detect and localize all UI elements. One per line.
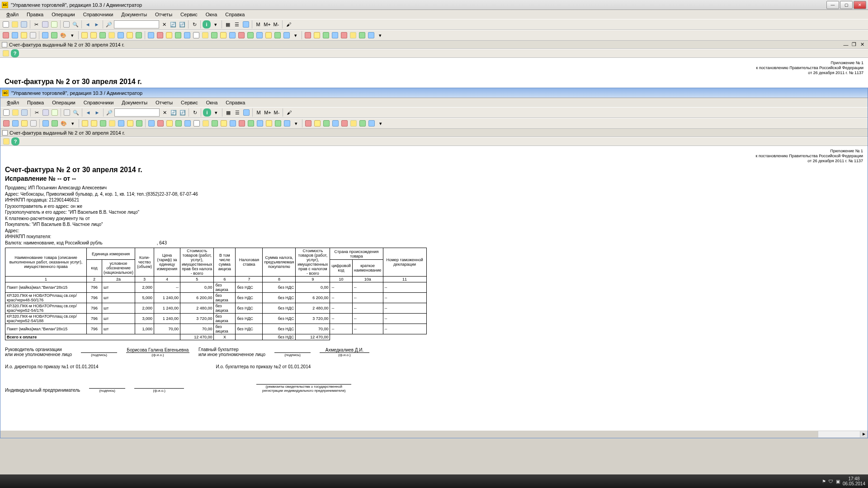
tb2-icon[interactable] — [147, 31, 155, 39]
minimize-button[interactable]: — — [826, 1, 839, 9]
h-scrollbar[interactable]: ▶ — [818, 431, 868, 438]
tb2-icon[interactable] — [274, 31, 282, 39]
tb2-icon[interactable] — [229, 119, 237, 127]
menu-windows[interactable]: Окна — [202, 11, 221, 18]
tb2-icon[interactable] — [108, 119, 116, 127]
tb2-icon[interactable] — [42, 119, 50, 127]
preview-icon[interactable]: 🔍 — [72, 108, 80, 117]
tb2-icon[interactable] — [201, 31, 209, 39]
tb2-icon[interactable] — [126, 31, 134, 39]
tb2-icon[interactable] — [211, 119, 219, 127]
forward-icon[interactable]: ► — [93, 108, 101, 117]
tb2-icon[interactable] — [256, 119, 264, 127]
tb2-icon[interactable] — [219, 31, 227, 39]
menu-help[interactable]: Справка — [222, 11, 248, 18]
tb2-icon[interactable] — [165, 31, 173, 39]
tb2-icon[interactable] — [220, 119, 228, 127]
tb2-icon[interactable] — [202, 119, 210, 127]
menu-reports[interactable]: Отчеты — [151, 11, 176, 18]
tb2-icon[interactable] — [117, 31, 125, 39]
clock[interactable]: 17:48 06.05.2014 — [843, 476, 865, 486]
tb2-dropdown-icon[interactable]: ▾ — [68, 31, 76, 39]
close-button[interactable]: ✕ — [854, 1, 866, 9]
doc-restore-icon[interactable]: ❐ — [850, 41, 858, 49]
brush-icon[interactable]: 🖌 — [285, 108, 293, 117]
menu-operations[interactable]: Операции — [48, 11, 78, 18]
tb2-icon[interactable] — [238, 119, 246, 127]
menu-file[interactable]: Файл — [3, 99, 23, 106]
tb2-icon[interactable] — [237, 31, 245, 39]
refresh-icon[interactable]: ↻ — [191, 108, 199, 117]
menu-operations[interactable]: Операции — [48, 99, 79, 106]
menu-service[interactable]: Сервис — [177, 99, 202, 106]
doc-help-icon[interactable]: ? — [11, 49, 19, 57]
mminus-button[interactable]: M- — [272, 20, 280, 28]
document-tab-title[interactable]: Счет-фактура выданный № 2 от 30 апреля 2… — [9, 42, 124, 47]
copy-icon[interactable] — [41, 20, 49, 28]
tool-icon[interactable] — [242, 108, 250, 117]
menu-service[interactable]: Сервис — [177, 11, 201, 18]
scroll-right-icon[interactable]: ▶ — [860, 431, 867, 437]
tb2-icon[interactable] — [11, 31, 19, 39]
tb2-icon[interactable] — [359, 119, 367, 127]
new-icon[interactable] — [2, 20, 10, 28]
tb2-icon[interactable] — [304, 119, 312, 127]
tb2-icon[interactable] — [50, 31, 58, 39]
tb2-icon[interactable] — [246, 31, 255, 39]
tb2-icon[interactable] — [99, 119, 107, 127]
grid-icon[interactable]: ▦ — [224, 20, 232, 28]
tb2-icon[interactable] — [147, 119, 156, 127]
search-input[interactable] — [114, 108, 160, 117]
menu-windows[interactable]: Окна — [203, 99, 222, 106]
tb2-icon[interactable] — [184, 119, 192, 127]
tray-app-icon[interactable]: ▣ — [836, 479, 840, 484]
back-icon[interactable]: ◄ — [84, 20, 92, 28]
tb2-icon[interactable] — [340, 119, 349, 127]
search-icon[interactable]: 🔎 — [105, 20, 113, 28]
menu-refs[interactable]: Справочники — [80, 11, 117, 18]
tray-flag-icon[interactable]: ⚑ — [822, 479, 826, 484]
tb2-icon[interactable] — [2, 119, 10, 127]
mplus-button[interactable]: M+ — [264, 108, 272, 117]
tb2-icon[interactable] — [367, 31, 375, 39]
tb2-icon[interactable] — [340, 31, 348, 39]
copy-icon[interactable] — [42, 108, 50, 117]
menu-edit[interactable]: Правка — [24, 99, 47, 106]
tb2-icon[interactable] — [90, 31, 98, 39]
find-next-icon[interactable]: 🔄 — [170, 108, 178, 117]
tb2-dropdown-icon[interactable]: ▾ — [376, 31, 384, 39]
tb2-icon[interactable] — [174, 31, 182, 39]
tb2-icon[interactable] — [165, 119, 174, 127]
tb2-icon[interactable] — [283, 31, 291, 39]
mminus-button[interactable]: M- — [273, 108, 281, 117]
m-button[interactable]: M — [255, 108, 263, 117]
tb2-icon[interactable] — [81, 119, 89, 127]
preview-icon[interactable]: 🔍 — [71, 20, 80, 28]
m-button[interactable]: M — [254, 20, 262, 28]
tb2-icon[interactable] — [183, 31, 191, 39]
tb2-icon[interactable] — [322, 119, 330, 127]
refresh-icon[interactable]: ↻ — [190, 20, 198, 28]
cut-icon[interactable]: ✂ — [32, 20, 40, 28]
doc-open-icon[interactable] — [2, 49, 10, 57]
menu-file[interactable]: Файл — [3, 11, 22, 18]
tb2-icon[interactable] — [368, 119, 376, 127]
paste-icon[interactable] — [51, 108, 59, 117]
tb2-icon[interactable] — [264, 31, 273, 39]
tb2-icon[interactable] — [228, 31, 236, 39]
tb2-icon[interactable] — [20, 119, 28, 127]
find-next-icon[interactable]: 🔄 — [169, 20, 177, 28]
tb2-icon[interactable] — [41, 31, 49, 39]
menu-docs[interactable]: Документы — [118, 11, 151, 18]
tb2-icon[interactable] — [313, 119, 321, 127]
tb2-icon[interactable] — [210, 31, 218, 39]
tb2-icon[interactable] — [156, 31, 164, 39]
paste-icon[interactable] — [50, 20, 58, 28]
tb2-icon[interactable] — [313, 31, 321, 39]
list-icon[interactable]: ☰ — [233, 108, 241, 117]
tool-icon[interactable] — [242, 20, 250, 28]
find-prev-icon[interactable]: 🔃 — [178, 20, 186, 28]
tb2-icon[interactable] — [274, 119, 282, 127]
list-icon[interactable]: ☰ — [233, 20, 241, 28]
tb2-icon[interactable] — [126, 119, 134, 127]
